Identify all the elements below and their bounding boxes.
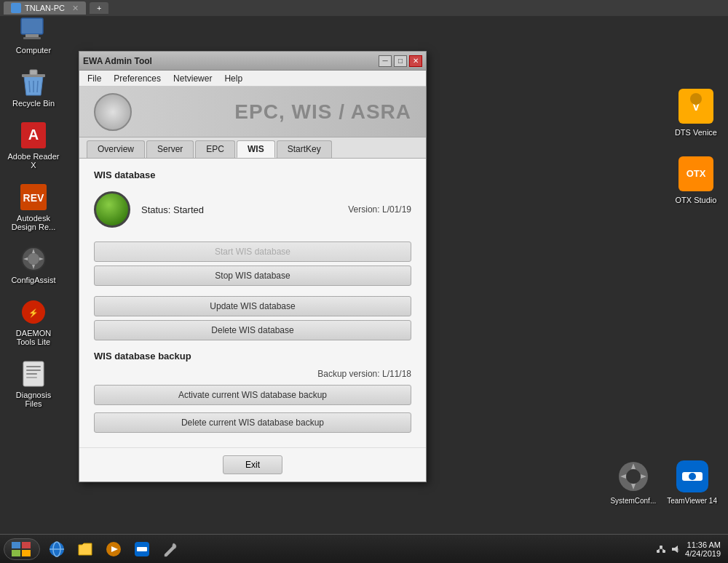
system-tray: ) bbox=[655, 543, 681, 555]
svg-rect-43 bbox=[657, 550, 660, 553]
menu-netviewer[interactable]: Netviewer bbox=[169, 72, 216, 85]
titlebar-buttons: ─ □ ✕ bbox=[379, 55, 422, 67]
menu-file[interactable]: File bbox=[83, 72, 106, 85]
svg-rect-41 bbox=[137, 547, 147, 551]
svg-rect-19 bbox=[26, 373, 37, 375]
desktop-icons-left: Computer Recycle Bin A bbox=[7, 15, 60, 408]
svg-point-27 bbox=[626, 469, 641, 484]
wis-version-text: Version: L/01/19 bbox=[348, 204, 411, 215]
svg-rect-34 bbox=[22, 550, 31, 556]
wis-status-text: Status: Started bbox=[141, 204, 348, 215]
icon-recycle-bin-label: Recycle Bin bbox=[12, 99, 55, 108]
svg-text:A: A bbox=[28, 127, 39, 143]
ewa-titlebar: EWA Admin Tool ─ □ ✕ bbox=[79, 52, 426, 71]
icon-configassist-label: ConfigAssist bbox=[11, 276, 55, 284]
svg-rect-31 bbox=[12, 542, 20, 548]
wis-section-title: WIS database bbox=[94, 169, 411, 180]
svg-rect-42 bbox=[660, 546, 662, 548]
svg-point-13 bbox=[28, 253, 39, 265]
icon-systemconf-label: SystemConf... bbox=[610, 497, 656, 505]
tray-network[interactable] bbox=[655, 543, 667, 555]
tray-sound[interactable]: ) bbox=[670, 543, 681, 555]
btn-delete-wis[interactable]: Delete WIS database bbox=[94, 320, 411, 340]
taskbar-ie[interactable] bbox=[44, 538, 70, 560]
svg-text:OTX: OTX bbox=[687, 168, 706, 179]
icon-otx-studio[interactable]: OTX OTX Studio bbox=[676, 155, 717, 204]
icon-daemon[interactable]: ⚡ DAEMON Tools Lite bbox=[7, 298, 60, 346]
taskbar-tool[interactable] bbox=[157, 538, 183, 560]
svg-line-45 bbox=[658, 548, 661, 550]
btn-start-wis[interactable]: Start WIS database bbox=[94, 241, 411, 262]
svg-rect-44 bbox=[662, 550, 665, 553]
icon-adobe-reader[interactable]: A Adobe Reader X bbox=[7, 121, 60, 169]
tab2-label: + bbox=[97, 4, 101, 12]
close-button[interactable]: ✕ bbox=[409, 55, 422, 67]
svg-point-23 bbox=[690, 93, 702, 105]
btn-update-wis[interactable]: Update WIS database bbox=[94, 296, 411, 316]
desktop: Trial license (evaluation use only) TNLA… bbox=[0, 0, 728, 563]
tab1-close[interactable]: ✕ bbox=[72, 4, 79, 13]
ewa-window: EWA Admin Tool ─ □ ✕ File Preferences Ne… bbox=[79, 51, 427, 482]
minimize-button[interactable]: ─ bbox=[379, 55, 392, 67]
icon-teamviewer[interactable]: TeamViewer 14 bbox=[667, 459, 717, 505]
btn-stop-wis[interactable]: Stop WIS database bbox=[94, 265, 411, 286]
btn-activate-backup[interactable]: Activate current WIS database backup bbox=[94, 385, 411, 405]
wis-status-row: Status: Started Version: L/01/19 bbox=[94, 188, 411, 231]
svg-text:⚡: ⚡ bbox=[28, 308, 39, 318]
icon-dts-venice[interactable]: V DTS Venice bbox=[675, 87, 717, 137]
app-icons-right: V DTS Venice OTX OTX Studio bbox=[675, 87, 717, 204]
tab-epc[interactable]: EPC bbox=[195, 140, 235, 158]
maximize-button[interactable]: □ bbox=[394, 55, 407, 67]
svg-line-7 bbox=[37, 81, 38, 92]
browser-tab-new[interactable]: + bbox=[90, 2, 108, 14]
tab1-label: TNLAN-PC bbox=[25, 4, 65, 12]
ewa-header: EPC, WIS / ASRA bbox=[79, 87, 426, 137]
start-button[interactable] bbox=[4, 538, 40, 560]
bottom-right-icons: SystemConf... TeamViewer 14 bbox=[610, 459, 717, 505]
clock-time: 11:36 AM bbox=[685, 540, 721, 549]
svg-rect-0 bbox=[21, 18, 43, 34]
svg-point-30 bbox=[689, 473, 696, 480]
icon-systemconf[interactable]: SystemConf... bbox=[610, 459, 656, 505]
svg-line-46 bbox=[661, 548, 664, 550]
menu-preferences[interactable]: Preferences bbox=[109, 72, 165, 85]
clock: 11:36 AM 4/24/2019 bbox=[685, 540, 721, 558]
tab-wis[interactable]: WIS bbox=[237, 140, 275, 158]
svg-rect-17 bbox=[26, 366, 41, 367]
backup-section-title: WIS database backup bbox=[94, 351, 411, 362]
ewa-logo bbox=[94, 93, 132, 131]
icon-autodesk[interactable]: REV Autodesk Design Re... bbox=[7, 183, 60, 231]
tab-startkey[interactable]: StartKey bbox=[277, 140, 332, 158]
icon-configassist[interactable]: ConfigAssist bbox=[7, 244, 60, 284]
backup-version-text: Backup version: L/11/18 bbox=[94, 369, 411, 379]
icon-teamviewer-label: TeamViewer 14 bbox=[667, 497, 717, 505]
svg-text:): ) bbox=[678, 548, 679, 552]
btn-delete-backup[interactable]: Delete current WIS database backup bbox=[94, 412, 411, 433]
svg-rect-33 bbox=[12, 550, 20, 556]
icon-recycle-bin[interactable]: Recycle Bin bbox=[7, 68, 60, 108]
ewa-window-title: EWA Admin Tool bbox=[83, 56, 152, 66]
btn-exit[interactable]: Exit bbox=[223, 455, 282, 474]
wis-status-icon bbox=[94, 191, 130, 228]
svg-rect-20 bbox=[26, 377, 37, 378]
wis-content: WIS database Status: Started Version: L/… bbox=[79, 159, 426, 447]
svg-rect-1 bbox=[25, 34, 39, 37]
taskbar-right: ) 11:36 AM 4/24/2019 bbox=[652, 540, 724, 558]
icon-diagnosis-label: Diagnosis Files bbox=[7, 391, 60, 408]
tab-overview[interactable]: Overview bbox=[87, 140, 145, 158]
icon-dts-label: DTS Venice bbox=[675, 128, 717, 137]
browser-tab-1[interactable]: TNLAN-PC ✕ bbox=[4, 1, 86, 15]
tab-server[interactable]: Server bbox=[146, 140, 194, 158]
svg-rect-32 bbox=[22, 542, 31, 548]
svg-rect-18 bbox=[26, 370, 41, 371]
icon-otx-label: OTX Studio bbox=[676, 196, 717, 204]
taskbar-explorer[interactable] bbox=[72, 538, 98, 560]
ewa-exit-row: Exit bbox=[79, 447, 426, 482]
icon-computer[interactable]: Computer bbox=[7, 15, 60, 55]
taskbar-media[interactable] bbox=[100, 538, 127, 560]
svg-marker-47 bbox=[672, 546, 678, 553]
menu-help[interactable]: Help bbox=[220, 72, 247, 85]
ewa-menubar: File Preferences Netviewer Help bbox=[79, 71, 426, 87]
icon-diagnosis[interactable]: Diagnosis Files bbox=[7, 359, 60, 408]
taskbar-teamviewer[interactable] bbox=[129, 538, 155, 560]
